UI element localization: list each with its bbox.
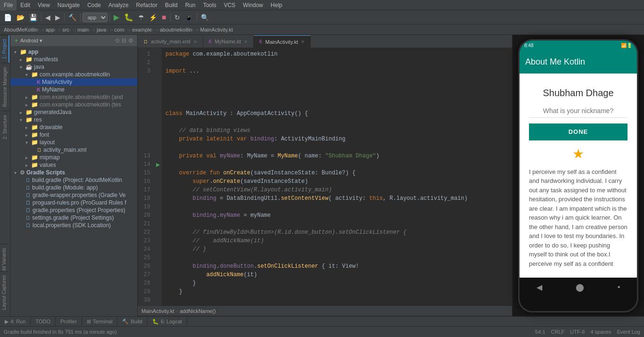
- menu-view[interactable]: View: [34, 0, 54, 10]
- tree-item-drawable[interactable]: ▸ 📁 drawable: [10, 123, 137, 131]
- tree-item-com-example-tes[interactable]: ▸ 📁 com.example.aboutmekotlin (tes: [10, 101, 137, 108]
- menu-navigate[interactable]: Navigate: [54, 0, 83, 10]
- phone-nav-bar: ◀ ⬤ ▪: [520, 278, 637, 296]
- code-content[interactable]: package com.example.aboutmekotlin import…: [162, 48, 512, 306]
- code-editor: 1 2 3 13 14 15 16 17 18 19 20 21 22 23 2…: [138, 48, 512, 306]
- sidebar-label-project[interactable]: 1: Project: [0, 35, 9, 63]
- phone-done-button[interactable]: DONE: [529, 123, 627, 140]
- phone-nickname-input[interactable]: [529, 104, 627, 118]
- phone-device: 8:48 📶🔋 About Me Kotlin Shubham Dhage DO…: [518, 39, 638, 312]
- debug-button[interactable]: 🐛: [122, 12, 135, 23]
- tree-item-settings-gradle[interactable]: 🗋 settings.gradle (Project Settings): [10, 214, 137, 222]
- tab-close-mainactivity[interactable]: ✕: [301, 39, 305, 44]
- breadcrumb-part-4[interactable]: java: [93, 27, 106, 33]
- tree-item-activity-main-xml[interactable]: 🗋 activity_main.xml: [10, 146, 137, 154]
- tree-item-font[interactable]: ▸ 📁 font: [10, 131, 137, 139]
- tab-close-myname[interactable]: ✕: [244, 39, 248, 44]
- tree-item-myname[interactable]: K MyName: [10, 86, 137, 93]
- save-button[interactable]: 💾: [27, 13, 39, 22]
- breadcrumb-part-0[interactable]: AboutMeKotlin: [4, 27, 38, 33]
- forward-button[interactable]: ▶: [53, 13, 62, 22]
- menu-window[interactable]: Window: [239, 0, 267, 10]
- menu-edit[interactable]: Edit: [17, 0, 34, 10]
- editor-breadcrumb-class[interactable]: MainActivity.kt: [141, 308, 174, 314]
- search-everywhere-button[interactable]: 🔍: [199, 13, 211, 22]
- bottom-tab-profiler[interactable]: Profiler: [56, 316, 82, 327]
- tree-item-gradle-scripts[interactable]: ▾ ⚙ Gradle Scripts: [10, 169, 137, 176]
- editor-breadcrumb-method[interactable]: addNickName(): [180, 308, 215, 314]
- bottom-tab-build[interactable]: 🔨 Build: [117, 316, 147, 327]
- tree-item-gradle-wrapper[interactable]: 🗋 gradle-wrapper.properties (Gradle Ve: [10, 191, 137, 199]
- stop-button[interactable]: ■: [160, 12, 168, 23]
- locate-file-icon[interactable]: ⊙: [115, 37, 120, 44]
- status-position[interactable]: 54:1: [535, 329, 545, 335]
- phone-back-nav[interactable]: ◀: [537, 283, 542, 292]
- menu-file[interactable]: File: [0, 0, 17, 10]
- editor-tabs: 🗋 activity_main.xml ✕ K MyName.kt ✕ K Ma…: [138, 35, 512, 48]
- breadcrumb-part-8[interactable]: MainActivity.kt: [197, 27, 233, 33]
- tree-item-generatedjava[interactable]: ▸ 📁 generatedJava: [10, 108, 137, 116]
- bottom-tab-todo[interactable]: TODO: [31, 316, 56, 327]
- menu-code[interactable]: Code: [83, 0, 105, 10]
- sidebar-label-captures[interactable]: Layout Captures: [0, 271, 8, 313]
- new-file-button[interactable]: 📄: [2, 13, 14, 22]
- breadcrumb-part-5[interactable]: com: [111, 27, 124, 33]
- breadcrumb-part-3[interactable]: main: [74, 27, 89, 33]
- tree-item-build-gradle-app[interactable]: 🗋 build.gradle (Module: app): [10, 184, 137, 191]
- breadcrumb-part-1[interactable]: app: [42, 27, 54, 33]
- tree-item-java[interactable]: ▾ ☕ java: [10, 63, 137, 71]
- breadcrumb-part-2[interactable]: src: [59, 27, 69, 33]
- menu-build[interactable]: Build: [161, 0, 182, 10]
- tab-close-activity-main[interactable]: ✕: [193, 39, 197, 44]
- tree-item-manifests[interactable]: ▸ 📁 manifests: [10, 56, 137, 63]
- tree-item-res[interactable]: ▾ 📁 res: [10, 116, 137, 123]
- xml-file-icon: 🗋: [143, 39, 148, 44]
- tree-item-layout[interactable]: ▾ 📁 layout: [10, 139, 137, 146]
- avd-button[interactable]: 📱: [183, 13, 195, 22]
- menu-tools[interactable]: Tools: [199, 0, 220, 10]
- bottom-tab-logcat[interactable]: 🐛 6: Logcat: [148, 316, 187, 327]
- back-button[interactable]: ◀: [43, 13, 52, 22]
- menu-vcs[interactable]: VCS: [220, 0, 239, 10]
- menu-help[interactable]: Help: [267, 0, 286, 10]
- run-config-dropdown[interactable]: app: [83, 13, 107, 22]
- build-button[interactable]: 🔨: [66, 13, 78, 22]
- bottom-tab-run[interactable]: ▶ 4: Run: [0, 316, 31, 327]
- tree-item-app[interactable]: ▾ 📁 app: [10, 48, 137, 56]
- tree-item-mainactivity[interactable]: K MainActivity: [10, 78, 137, 86]
- menu-analyze[interactable]: Analyze: [105, 0, 132, 10]
- phone-home-nav[interactable]: ⬤: [576, 283, 584, 292]
- tab-mainactivity[interactable]: K MainActivity.kt ✕: [254, 35, 311, 48]
- run-button[interactable]: ▶: [112, 12, 121, 23]
- tree-item-com-example[interactable]: ▾ 📁 com.example.aboutmekotlin: [10, 71, 137, 78]
- profile-button[interactable]: ⚡: [147, 13, 159, 22]
- tab-activity-main[interactable]: 🗋 activity_main.xml ✕: [138, 35, 203, 48]
- sync-button[interactable]: ↻: [173, 13, 182, 22]
- collapse-all-icon[interactable]: ⊟: [122, 37, 126, 44]
- android-dropdown[interactable]: Android ▾: [20, 38, 42, 44]
- tree-item-mipmap[interactable]: ▸ 📁 mipmap: [10, 154, 137, 161]
- coverage-button[interactable]: ☂: [136, 13, 146, 22]
- tree-item-gradle-props[interactable]: 🗋 gradle.properties (Project Properties): [10, 206, 137, 214]
- menu-run[interactable]: Run: [182, 0, 199, 10]
- phone-recents-nav[interactable]: ▪: [618, 283, 620, 291]
- tree-item-com-example-and[interactable]: ▸ 📁 com.example.aboutmekotlin (and: [10, 93, 137, 101]
- tree-item-local-props[interactable]: 🗋 local.properties (SDK Location): [10, 222, 137, 229]
- tree-item-proguard[interactable]: 🗋 proguard-rules.pro (ProGuard Rules f: [10, 199, 137, 206]
- breadcrumb-part-6[interactable]: example: [129, 27, 152, 33]
- tree-item-build-gradle-proj[interactable]: 🗋 build.gradle (Project: AboutMeKotlin: [10, 176, 137, 184]
- tab-label-activity-main: activity_main.xml: [151, 39, 190, 44]
- tab-myname[interactable]: K MyName.kt ✕: [203, 35, 254, 48]
- tree-item-values[interactable]: ▸ 📁 values: [10, 161, 137, 169]
- open-button[interactable]: 📂: [15, 13, 26, 22]
- settings-icon[interactable]: ⚙: [128, 37, 133, 44]
- bottom-tab-terminal[interactable]: ⊞ Terminal: [82, 316, 118, 327]
- breadcrumb-part-7[interactable]: aboutmekotlin: [157, 27, 192, 33]
- status-indent[interactable]: 4 spaces: [590, 329, 611, 335]
- status-crlf[interactable]: CRLF: [551, 329, 565, 335]
- sidebar-label-resource[interactable]: Resource Manager: [1, 63, 9, 111]
- event-log-button[interactable]: Event Log: [617, 329, 640, 335]
- sidebar-label-structure[interactable]: 2: Structure: [1, 111, 9, 143]
- menu-refactor[interactable]: Refactor: [132, 0, 161, 10]
- status-charset[interactable]: UTF-8: [570, 329, 585, 335]
